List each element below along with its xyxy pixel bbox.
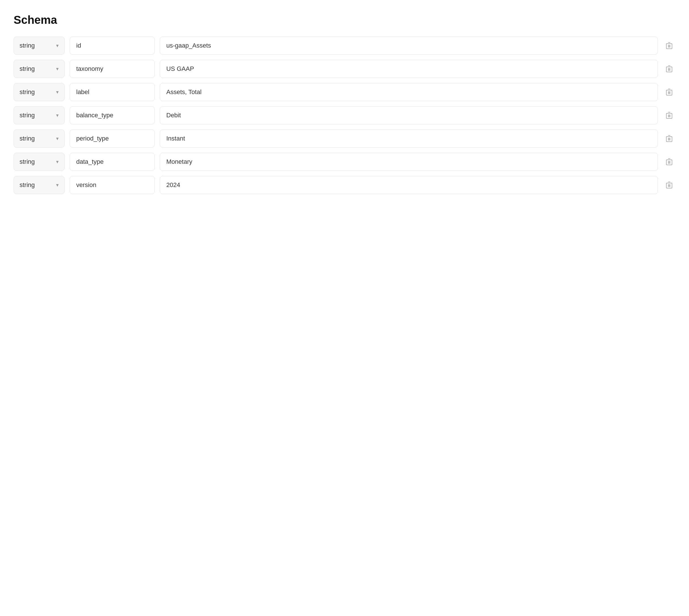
schema-row: string ▾ period_typeInstant — [14, 130, 675, 148]
chevron-down-icon: ▾ — [56, 182, 59, 188]
field-value-row-2[interactable]: US GAAP — [160, 60, 658, 78]
delete-row-button-7[interactable] — [663, 179, 675, 191]
field-value-row-7[interactable]: 2024 — [160, 176, 658, 194]
type-select-row-4[interactable]: string ▾ — [14, 106, 65, 125]
schema-row: string ▾ data_typeMonetary — [14, 153, 675, 171]
field-name-row-3[interactable]: label — [70, 83, 155, 101]
type-label: string — [20, 112, 35, 119]
field-value-row-1[interactable]: us-gaap_Assets — [160, 37, 658, 55]
trash-icon — [666, 135, 672, 142]
type-label: string — [20, 88, 35, 96]
trash-icon — [666, 65, 672, 72]
schema-row: string ▾ balance_typeDebit — [14, 106, 675, 125]
type-select-row-5[interactable]: string ▾ — [14, 130, 65, 148]
chevron-down-icon: ▾ — [56, 43, 59, 49]
field-value-row-4[interactable]: Debit — [160, 106, 658, 125]
page-title: Schema — [14, 14, 675, 26]
schema-row: string ▾ labelAssets, Total — [14, 83, 675, 101]
field-name-row-6[interactable]: data_type — [70, 153, 155, 171]
trash-icon — [666, 158, 672, 166]
delete-row-button-2[interactable] — [663, 63, 675, 75]
trash-icon — [666, 112, 672, 119]
chevron-down-icon: ▾ — [56, 135, 59, 142]
delete-row-button-1[interactable] — [663, 40, 675, 51]
field-value-row-3[interactable]: Assets, Total — [160, 83, 658, 101]
delete-row-button-4[interactable] — [663, 109, 675, 121]
type-select-row-1[interactable]: string ▾ — [14, 37, 65, 55]
type-label: string — [20, 42, 35, 49]
trash-icon — [666, 88, 672, 96]
field-name-row-2[interactable]: taxonomy — [70, 60, 155, 78]
schema-container: string ▾ idus-gaap_Assets string ▾ taxon… — [14, 37, 675, 194]
type-label: string — [20, 65, 35, 72]
type-label: string — [20, 135, 35, 142]
delete-row-button-6[interactable] — [663, 156, 675, 168]
chevron-down-icon: ▾ — [56, 89, 59, 95]
type-label: string — [20, 181, 35, 189]
schema-row: string ▾ idus-gaap_Assets — [14, 37, 675, 55]
trash-icon — [666, 42, 672, 49]
delete-row-button-3[interactable] — [663, 86, 675, 98]
chevron-down-icon: ▾ — [56, 112, 59, 118]
field-value-row-5[interactable]: Instant — [160, 130, 658, 148]
type-select-row-3[interactable]: string ▾ — [14, 83, 65, 101]
field-value-row-6[interactable]: Monetary — [160, 153, 658, 171]
field-name-row-1[interactable]: id — [70, 37, 155, 55]
type-select-row-7[interactable]: string ▾ — [14, 176, 65, 194]
type-select-row-2[interactable]: string ▾ — [14, 60, 65, 78]
delete-row-button-5[interactable] — [663, 133, 675, 145]
chevron-down-icon: ▾ — [56, 66, 59, 72]
trash-icon — [666, 181, 672, 189]
schema-row: string ▾ taxonomyUS GAAP — [14, 60, 675, 78]
field-name-row-5[interactable]: period_type — [70, 130, 155, 148]
chevron-down-icon: ▾ — [56, 159, 59, 165]
type-label: string — [20, 158, 35, 166]
field-name-row-4[interactable]: balance_type — [70, 106, 155, 125]
type-select-row-6[interactable]: string ▾ — [14, 153, 65, 171]
field-name-row-7[interactable]: version — [70, 176, 155, 194]
schema-row: string ▾ version2024 — [14, 176, 675, 194]
